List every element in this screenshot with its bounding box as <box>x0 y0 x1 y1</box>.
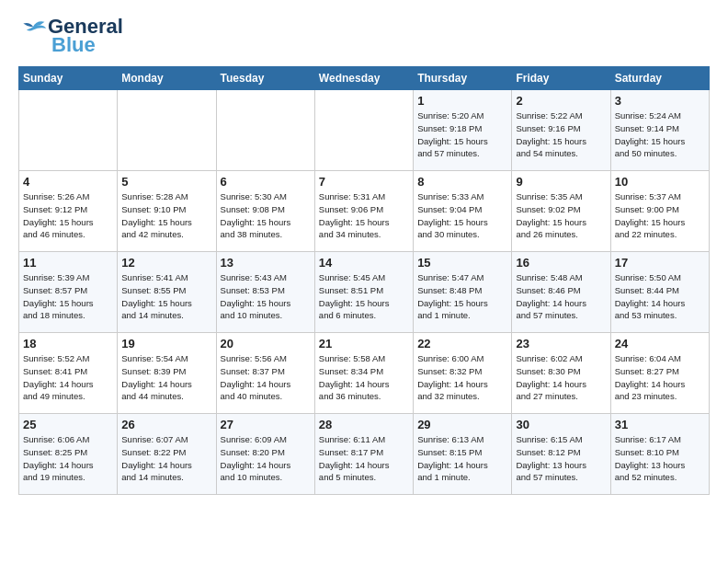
calendar-page: General Blue SundayMondayTuesdayWednesda… <box>0 0 728 510</box>
day-info: Sunrise: 5:54 AM Sunset: 8:39 PM Dayligh… <box>121 352 211 403</box>
day-cell: 6Sunrise: 5:30 AM Sunset: 9:08 PM Daylig… <box>216 171 314 252</box>
day-number: 19 <box>121 337 211 350</box>
weekday-tuesday: Tuesday <box>216 67 314 90</box>
day-info: Sunrise: 5:39 AM Sunset: 8:57 PM Dayligh… <box>23 271 113 322</box>
day-number: 18 <box>23 337 113 350</box>
day-number: 9 <box>516 175 606 189</box>
day-cell: 27Sunrise: 6:09 AM Sunset: 8:20 PM Dayli… <box>216 414 314 495</box>
weekday-monday: Monday <box>118 67 216 90</box>
day-info: Sunrise: 6:13 AM Sunset: 8:15 PM Dayligh… <box>417 433 507 484</box>
day-info: Sunrise: 5:58 AM Sunset: 8:34 PM Dayligh… <box>319 352 409 403</box>
day-info: Sunrise: 5:22 AM Sunset: 9:16 PM Dayligh… <box>516 109 606 160</box>
weekday-sunday: Sunday <box>19 67 118 90</box>
day-cell: 20Sunrise: 5:56 AM Sunset: 8:37 PM Dayli… <box>216 333 314 414</box>
day-cell: 23Sunrise: 6:02 AM Sunset: 8:30 PM Dayli… <box>512 333 610 414</box>
day-number: 26 <box>121 418 211 431</box>
logo-bird-icon <box>18 18 48 35</box>
day-info: Sunrise: 5:35 AM Sunset: 9:02 PM Dayligh… <box>516 190 606 241</box>
day-number: 15 <box>417 256 507 270</box>
day-number: 8 <box>417 175 507 189</box>
day-cell: 8Sunrise: 5:33 AM Sunset: 9:04 PM Daylig… <box>414 171 512 252</box>
day-number: 24 <box>615 337 705 350</box>
day-number: 12 <box>121 256 211 270</box>
week-row-3: 11Sunrise: 5:39 AM Sunset: 8:57 PM Dayli… <box>19 252 710 333</box>
day-cell: 28Sunrise: 6:11 AM Sunset: 8:17 PM Dayli… <box>314 414 413 495</box>
day-info: Sunrise: 6:07 AM Sunset: 8:22 PM Dayligh… <box>121 433 211 484</box>
day-info: Sunrise: 6:02 AM Sunset: 8:30 PM Dayligh… <box>516 352 606 403</box>
day-cell <box>216 90 314 171</box>
calendar-header: SundayMondayTuesdayWednesdayThursdayFrid… <box>19 67 710 90</box>
day-cell: 3Sunrise: 5:24 AM Sunset: 9:14 PM Daylig… <box>610 90 709 171</box>
day-info: Sunrise: 5:48 AM Sunset: 8:46 PM Dayligh… <box>516 271 606 322</box>
logo-blue-text: Blue <box>51 33 96 57</box>
day-number: 28 <box>319 418 409 431</box>
day-number: 6 <box>221 175 311 189</box>
header: General Blue <box>18 15 710 57</box>
day-info: Sunrise: 6:06 AM Sunset: 8:25 PM Dayligh… <box>23 433 113 484</box>
day-cell: 21Sunrise: 5:58 AM Sunset: 8:34 PM Dayli… <box>314 333 413 414</box>
day-cell: 16Sunrise: 5:48 AM Sunset: 8:46 PM Dayli… <box>512 252 610 333</box>
calendar-table: SundayMondayTuesdayWednesdayThursdayFrid… <box>18 66 710 495</box>
day-info: Sunrise: 5:28 AM Sunset: 9:10 PM Dayligh… <box>121 190 211 241</box>
day-info: Sunrise: 5:20 AM Sunset: 9:18 PM Dayligh… <box>417 109 507 160</box>
day-cell: 2Sunrise: 5:22 AM Sunset: 9:16 PM Daylig… <box>512 90 610 171</box>
week-row-1: 1Sunrise: 5:20 AM Sunset: 9:18 PM Daylig… <box>19 90 710 171</box>
day-number: 22 <box>417 337 507 350</box>
day-cell: 9Sunrise: 5:35 AM Sunset: 9:02 PM Daylig… <box>512 171 610 252</box>
day-cell: 31Sunrise: 6:17 AM Sunset: 8:10 PM Dayli… <box>610 414 709 495</box>
day-info: Sunrise: 5:56 AM Sunset: 8:37 PM Dayligh… <box>221 352 311 403</box>
day-number: 5 <box>121 175 211 189</box>
day-cell: 1Sunrise: 5:20 AM Sunset: 9:18 PM Daylig… <box>414 90 512 171</box>
day-info: Sunrise: 6:15 AM Sunset: 8:12 PM Dayligh… <box>516 433 606 484</box>
week-row-5: 25Sunrise: 6:06 AM Sunset: 8:25 PM Dayli… <box>19 414 710 495</box>
day-cell <box>19 90 118 171</box>
day-info: Sunrise: 5:41 AM Sunset: 8:55 PM Dayligh… <box>121 271 211 322</box>
day-number: 13 <box>221 256 311 270</box>
day-info: Sunrise: 5:26 AM Sunset: 9:12 PM Dayligh… <box>23 190 113 241</box>
day-info: Sunrise: 5:37 AM Sunset: 9:00 PM Dayligh… <box>615 190 705 241</box>
weekday-header-row: SundayMondayTuesdayWednesdayThursdayFrid… <box>19 67 710 90</box>
day-cell: 15Sunrise: 5:47 AM Sunset: 8:48 PM Dayli… <box>414 252 512 333</box>
day-info: Sunrise: 5:45 AM Sunset: 8:51 PM Dayligh… <box>319 271 409 322</box>
day-number: 14 <box>319 256 409 270</box>
day-cell: 25Sunrise: 6:06 AM Sunset: 8:25 PM Dayli… <box>19 414 118 495</box>
day-cell: 19Sunrise: 5:54 AM Sunset: 8:39 PM Dayli… <box>118 333 216 414</box>
day-number: 17 <box>615 256 705 270</box>
day-cell: 22Sunrise: 6:00 AM Sunset: 8:32 PM Dayli… <box>414 333 512 414</box>
day-cell: 11Sunrise: 5:39 AM Sunset: 8:57 PM Dayli… <box>19 252 118 333</box>
calendar-body: 1Sunrise: 5:20 AM Sunset: 9:18 PM Daylig… <box>19 90 710 495</box>
weekday-wednesday: Wednesday <box>314 67 413 90</box>
day-info: Sunrise: 6:09 AM Sunset: 8:20 PM Dayligh… <box>221 433 311 484</box>
day-cell: 30Sunrise: 6:15 AM Sunset: 8:12 PM Dayli… <box>512 414 610 495</box>
day-info: Sunrise: 5:43 AM Sunset: 8:53 PM Dayligh… <box>221 271 311 322</box>
day-cell: 10Sunrise: 5:37 AM Sunset: 9:00 PM Dayli… <box>610 171 709 252</box>
day-cell: 29Sunrise: 6:13 AM Sunset: 8:15 PM Dayli… <box>414 414 512 495</box>
day-number: 1 <box>417 94 507 108</box>
day-cell: 13Sunrise: 5:43 AM Sunset: 8:53 PM Dayli… <box>216 252 314 333</box>
day-cell: 7Sunrise: 5:31 AM Sunset: 9:06 PM Daylig… <box>314 171 413 252</box>
day-info: Sunrise: 6:04 AM Sunset: 8:27 PM Dayligh… <box>615 352 705 403</box>
day-number: 31 <box>615 418 705 431</box>
day-info: Sunrise: 6:00 AM Sunset: 8:32 PM Dayligh… <box>417 352 507 403</box>
day-info: Sunrise: 5:31 AM Sunset: 9:06 PM Dayligh… <box>319 190 409 241</box>
day-cell: 18Sunrise: 5:52 AM Sunset: 8:41 PM Dayli… <box>19 333 118 414</box>
day-number: 30 <box>516 418 606 431</box>
day-number: 7 <box>319 175 409 189</box>
day-number: 3 <box>615 94 705 108</box>
day-number: 21 <box>319 337 409 350</box>
week-row-2: 4Sunrise: 5:26 AM Sunset: 9:12 PM Daylig… <box>19 171 710 252</box>
week-row-4: 18Sunrise: 5:52 AM Sunset: 8:41 PM Dayli… <box>19 333 710 414</box>
day-info: Sunrise: 5:30 AM Sunset: 9:08 PM Dayligh… <box>221 190 311 241</box>
weekday-saturday: Saturday <box>610 67 709 90</box>
day-cell: 17Sunrise: 5:50 AM Sunset: 8:44 PM Dayli… <box>610 252 709 333</box>
day-cell: 12Sunrise: 5:41 AM Sunset: 8:55 PM Dayli… <box>118 252 216 333</box>
day-cell: 14Sunrise: 5:45 AM Sunset: 8:51 PM Dayli… <box>314 252 413 333</box>
day-number: 4 <box>23 175 113 189</box>
day-info: Sunrise: 6:17 AM Sunset: 8:10 PM Dayligh… <box>615 433 705 484</box>
day-info: Sunrise: 5:24 AM Sunset: 9:14 PM Dayligh… <box>615 109 705 160</box>
day-cell: 4Sunrise: 5:26 AM Sunset: 9:12 PM Daylig… <box>19 171 118 252</box>
day-number: 10 <box>615 175 705 189</box>
day-number: 23 <box>516 337 606 350</box>
logo: General Blue <box>18 15 123 57</box>
day-info: Sunrise: 5:52 AM Sunset: 8:41 PM Dayligh… <box>23 352 113 403</box>
